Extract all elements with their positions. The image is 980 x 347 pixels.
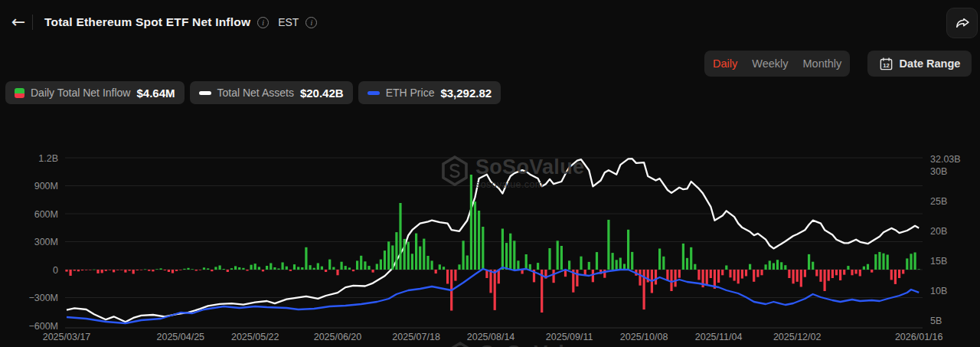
inflow-bar (395, 232, 397, 270)
inflow-bar (525, 254, 528, 270)
inflow-bar (321, 267, 323, 270)
outflow-bar (175, 270, 178, 271)
timezone-info-icon[interactable]: i (305, 17, 317, 28)
outflow-bar (804, 270, 806, 277)
outflow-bar (553, 270, 555, 283)
inflow-bar (223, 269, 225, 270)
legend-item-net-inflow[interactable]: Daily Total Net Inflow $4.64M (5, 81, 185, 104)
inflow-bar (470, 175, 472, 270)
inflow-bar (258, 267, 260, 270)
inflow-bar (230, 268, 233, 270)
inflow-bar (293, 264, 296, 270)
x-axis-tick: 2025/08/14 (467, 332, 515, 342)
outflow-bar (494, 270, 496, 310)
outflow-bar (737, 270, 740, 283)
inflow-bar (776, 260, 779, 270)
legend-value: $20.42B (300, 87, 344, 100)
left-axis-tick: 0 (53, 265, 58, 276)
inflow-bar (431, 260, 433, 270)
inflow-bar (305, 247, 307, 270)
outflow-bar (592, 270, 594, 282)
outflow-bar (195, 270, 198, 271)
inflow-bar (784, 265, 786, 270)
outflow-bar (902, 270, 904, 274)
share-icon (954, 15, 971, 31)
inflow-bar (867, 264, 869, 270)
inflow-bar (773, 264, 775, 270)
outflow-bar (890, 270, 893, 280)
inflow-bar (517, 260, 519, 270)
share-button[interactable] (946, 8, 978, 38)
inflow-bar (780, 262, 782, 270)
inflow-bar (93, 270, 95, 270)
tab-weekly[interactable]: Weekly (752, 57, 788, 70)
back-button[interactable]: ← (8, 11, 29, 33)
outflow-bar (70, 270, 72, 276)
title-info-icon[interactable]: i (257, 17, 269, 28)
inflow-bar (426, 256, 429, 270)
inflow-bar (863, 267, 865, 270)
outflow-bar (446, 270, 449, 284)
outflow-bar (843, 270, 845, 275)
outflow-bar (246, 270, 248, 271)
outflow-bar (788, 270, 790, 278)
inflow-bar (423, 239, 425, 270)
inflow-bar (690, 247, 692, 270)
inflow-bar (415, 234, 417, 270)
inflow-bar (910, 254, 912, 270)
inflow-bar (725, 266, 727, 270)
x-axis-tick: 2025/07/18 (392, 332, 440, 342)
inflow-bar (482, 227, 484, 270)
inflow-bar (250, 265, 253, 270)
right-axis-tick: 15B (930, 256, 947, 267)
outflow-bar (120, 270, 122, 270)
outflow-bar (454, 270, 456, 281)
legend-item-eth-price[interactable]: ETH Price $3,292.82 (358, 81, 501, 104)
outflow-bar (815, 270, 818, 277)
inflow-bar (144, 270, 146, 270)
outflow-bar (760, 270, 763, 275)
inflow-bar (270, 264, 272, 270)
inflow-bar (874, 254, 877, 270)
x-axis-tick: 2025/12/02 (773, 332, 822, 342)
date-range-button[interactable]: 12 Date Range (867, 51, 972, 77)
inflow-bar (191, 269, 194, 270)
inflow-bar (513, 241, 515, 270)
left-axis-tick: 300M (34, 237, 58, 247)
inflow-bar (207, 268, 209, 270)
outflow-bar (710, 270, 712, 278)
outflow-bar (792, 270, 795, 283)
outflow-bar (489, 270, 492, 293)
inflow-bar (612, 253, 614, 270)
inflow-bar (360, 256, 362, 270)
inflow-bar (341, 262, 343, 270)
tab-monthly[interactable]: Monthly (803, 57, 842, 70)
back-arrow-icon: ← (11, 12, 25, 31)
right-axis-tick: 32.03B (930, 154, 961, 165)
inflow-bar (808, 254, 810, 270)
inflow-bar (356, 260, 358, 270)
inflow-bar (769, 260, 771, 270)
x-axis-tick: 2025/09/11 (546, 332, 593, 342)
inflow-bar (812, 262, 814, 270)
inflow-bar (332, 267, 335, 270)
inflow-bar (548, 248, 550, 270)
tab-daily[interactable]: Daily (713, 57, 737, 70)
inflow-bar (580, 257, 582, 270)
inflow-bar (234, 266, 237, 270)
outflow-bar (753, 270, 755, 282)
period-tabs: Daily Weekly Monthly (704, 51, 850, 77)
left-axis-tick: −600M (28, 321, 58, 332)
right-axis-tick: 25B (930, 196, 947, 207)
outflow-bar (855, 270, 858, 274)
outflow-bar (352, 270, 354, 271)
legend-item-total-net-assets[interactable]: Total Net Assets $20.42B (190, 81, 353, 104)
outflow-bar (666, 270, 668, 280)
inflow-bar (627, 230, 629, 270)
right-axis-tick: 30B (930, 166, 947, 177)
inflow-bar (403, 239, 406, 270)
outflow-bar (325, 270, 327, 272)
outflow-bar (168, 270, 170, 272)
outflow-bar (164, 270, 166, 270)
legend-value: $3,292.82 (440, 87, 492, 100)
